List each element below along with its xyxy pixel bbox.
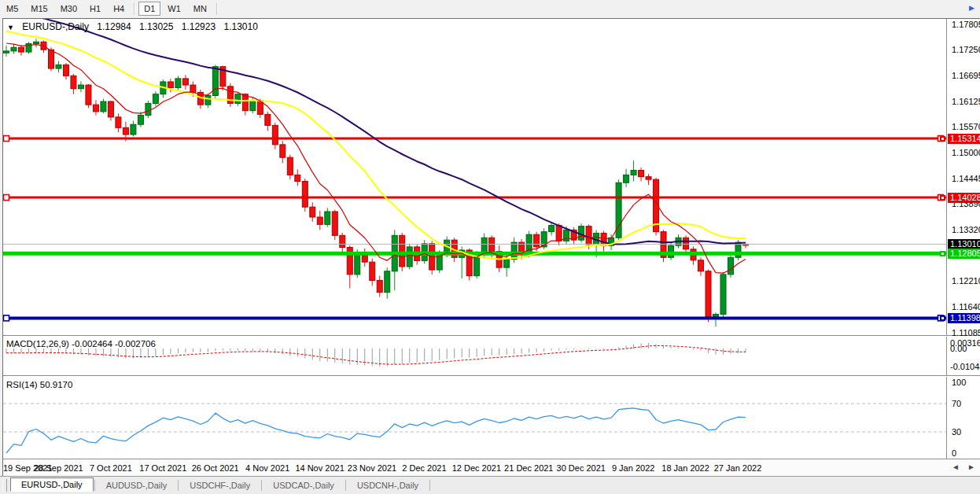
hline-handle[interactable] — [940, 315, 945, 321]
rsi-pane — [3, 404, 946, 453]
price-axis-label: 1.11085 — [952, 328, 980, 337]
timeframe-button-m30[interactable]: M30 — [55, 2, 83, 16]
scroll-left-icon[interactable]: ◄ — [952, 463, 960, 471]
date-axis-label: 2 Dec 2021 — [402, 463, 446, 473]
macd-indicator-label: MACD(12,26,9) -0.002464 -0.002706 — [6, 339, 156, 348]
price-chart-canvas[interactable] — [0, 0, 980, 494]
window-left-border — [2, 18, 3, 476]
price-axis-label: 1.17250 — [952, 45, 980, 54]
chart-tab-usdcad[interactable]: USDCAD-,Daily — [263, 479, 344, 492]
ma-medium-line — [6, 31, 746, 260]
date-axis-label: 9 Jan 2022 — [612, 463, 654, 473]
date-axis-label: 7 Oct 2021 — [90, 463, 132, 473]
candlesticks — [4, 39, 749, 326]
timeframe-button-m5[interactable]: M5 — [1, 2, 24, 16]
ohlc-close: 1.13010 — [224, 21, 258, 32]
price-axis-label: 1.15570 — [952, 122, 980, 131]
tab-separator — [345, 480, 346, 491]
date-axis-label: 17 Oct 2021 — [139, 463, 186, 473]
tabbar-gripper[interactable] — [2, 479, 7, 492]
date-axis-label: 30 Dec 2021 — [557, 463, 606, 473]
timeframe-button-m15[interactable]: M15 — [25, 2, 53, 16]
toolbar-separator — [134, 3, 134, 15]
chart-tab-eurusd[interactable]: EURUSD-,Daily — [10, 477, 94, 492]
price-axis-label: 1.16695 — [952, 71, 980, 80]
ohlc-open: 1.12984 — [97, 21, 131, 32]
ohlc-low: 1.12923 — [182, 21, 216, 32]
date-axis-label: 21 Dec 2021 — [504, 463, 553, 473]
macd-axis-label: 0.00 — [950, 344, 967, 353]
chart-tab-usdcnh[interactable]: USDCNH-,Daily — [347, 479, 429, 492]
price-axis-label: 1.13320 — [952, 225, 980, 234]
date-axis-label: 18 Jan 2022 — [661, 463, 709, 473]
toolbar-separator — [216, 3, 217, 15]
timeframe-toolbar: M5M15M30H1H4D1W1MN — [0, 0, 980, 17]
tab-separator — [178, 480, 179, 491]
hline-handle[interactable] — [4, 195, 9, 201]
window-top-border — [2, 18, 980, 19]
chart-title: ▼ EURUSD-,Daily 1.12984 1.13025 1.12923 … — [7, 21, 258, 32]
date-axis-label: 14 Nov 2021 — [295, 463, 344, 473]
date-axis-label: 12 Dec 2021 — [452, 463, 501, 473]
pane-separator-main-macd[interactable] — [3, 335, 980, 337]
pane-separator-macd-rsi[interactable] — [3, 375, 980, 377]
ma-fast-line — [6, 43, 746, 273]
tab-separator — [94, 480, 95, 491]
date-axis-label: 27 Jan 2022 — [714, 463, 762, 473]
macd-values: -0.002464 -0.002706 — [72, 339, 156, 348]
rsi-value: 50.9170 — [40, 380, 73, 389]
rsi-line — [6, 408, 746, 453]
price-axis-label: 1.12210 — [952, 276, 980, 286]
chart-tab-usdchf[interactable]: USDCHF-,Daily — [179, 479, 260, 492]
price-axis-label: 1.15000 — [952, 148, 980, 157]
price-axis-label: 1.16125 — [952, 97, 980, 106]
date-axis-label: 28 Sep 2021 — [34, 463, 83, 473]
rsi-axis-label: 0 — [952, 448, 956, 458]
timeframe-button-d1[interactable]: D1 — [138, 2, 160, 16]
chart-tabs-bar: EURUSD-,DailyAUDUSD-,DailyUSDCHF-,DailyU… — [0, 476, 980, 494]
main-price-pane — [3, 10, 946, 326]
hline-handle[interactable] — [940, 136, 945, 142]
price-axis-label: 1.14445 — [952, 174, 980, 183]
toolbar-overflow-icon[interactable]: ▶ — [969, 4, 974, 12]
date-axis-label: 26 Oct 2021 — [192, 463, 239, 473]
macd-axis-label: -0.010433 — [950, 362, 980, 371]
date-axis-label: 4 Nov 2021 — [245, 463, 289, 473]
hline-price-badge: 1.11398 — [948, 313, 980, 323]
rsi-axis-label: 30 — [952, 427, 961, 437]
scroll-right-icon[interactable]: ► — [967, 463, 975, 471]
tab-separator — [429, 480, 430, 491]
hline-handle[interactable] — [4, 315, 9, 321]
price-axis-label: 1.11640 — [952, 302, 980, 312]
rsi-indicator-label: RSI(14) 50.9170 — [6, 380, 72, 389]
chart-tab-audusd[interactable]: AUDUSD-,Daily — [96, 479, 178, 492]
chart-symbol-label: EURUSD-,Daily — [22, 21, 89, 32]
hline-price-badge: 1.15314 — [948, 134, 980, 144]
rsi-axis-label: 70 — [952, 399, 961, 408]
hline-handle[interactable] — [940, 251, 945, 256]
price-axis-border — [946, 19, 947, 476]
mt4-terminal: M5M15M30H1H4D1W1MN ▶ ▼ EURUSD-,Daily 1.1… — [0, 0, 980, 494]
date-axis[interactable]: 19 Sep 202128 Sep 20217 Oct 202117 Oct 2… — [3, 460, 980, 476]
hline-handle[interactable] — [940, 195, 945, 201]
hline-price-badge: 1.12805 — [948, 249, 980, 259]
hline-price-badge: 1.14028 — [948, 193, 980, 203]
ohlc-high: 1.13025 — [139, 21, 173, 32]
horizontal-lines[interactable] — [3, 136, 946, 321]
hline-handle[interactable] — [4, 136, 9, 142]
timeframe-button-h4[interactable]: H4 — [108, 2, 130, 16]
price-axis-label: 1.17805 — [952, 20, 980, 29]
tab-separator — [261, 480, 262, 491]
date-axis-label: 23 Nov 2021 — [348, 463, 396, 473]
timeframe-button-w1[interactable]: W1 — [162, 2, 186, 16]
timeframe-button-h1[interactable]: H1 — [84, 2, 106, 16]
timeframe-button-mn[interactable]: MN — [188, 2, 212, 16]
rsi-axis-label: 100 — [952, 378, 966, 387]
symbol-dropdown-icon[interactable]: ▼ — [7, 24, 14, 31]
